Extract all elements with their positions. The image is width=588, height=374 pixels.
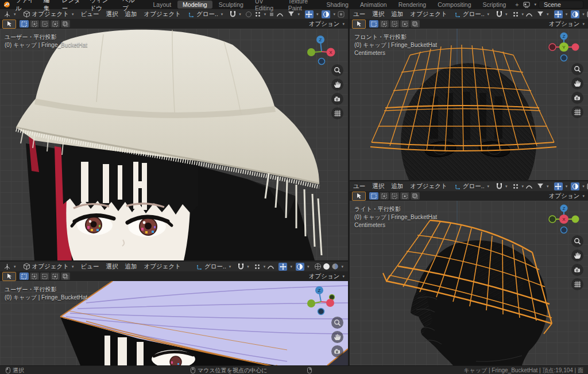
falloff-curve-icon[interactable] (266, 263, 275, 271)
viewport-split-left-horizontal[interactable] (0, 260, 348, 262)
snap-magnet-icon[interactable]: ▾ (493, 11, 511, 18)
pan-hand-icon[interactable] (331, 79, 343, 91)
select-invert-icon[interactable] (400, 192, 409, 200)
pan-hand-icon[interactable] (571, 77, 583, 89)
scene-name-field[interactable]: Scene (539, 1, 583, 9)
add-workspace-button[interactable]: + (512, 1, 522, 8)
shading-mode-group[interactable]: ▾ (311, 263, 348, 270)
active-tool-select-box[interactable] (2, 20, 16, 29)
tab-sculpting[interactable]: Sculpting (214, 1, 249, 9)
menu-render[interactable]: レンダー (57, 0, 86, 13)
xray-toggle[interactable] (586, 10, 588, 18)
tab-modeling[interactable]: Modeling (177, 1, 212, 9)
visibility-filter-dropdown[interactable]: ▾ (533, 11, 552, 17)
zoom-icon[interactable] (331, 64, 343, 76)
tab-scripting[interactable]: Scripting (478, 1, 512, 9)
snap-magnet-icon[interactable]: ▾ (493, 183, 511, 190)
active-tool-select-box[interactable] (2, 272, 16, 281)
menu-add[interactable]: 追加 (388, 182, 407, 190)
tab-compositing[interactable]: Compositing (432, 1, 476, 9)
viewport-front-canvas[interactable]: フロント・平行投影 (0) キャップ | Fringe_BucketHat Ce… (350, 29, 588, 180)
select-extend-icon[interactable] (380, 192, 389, 200)
transform-orientation-dropdown[interactable]: グロー..▾ (451, 10, 493, 18)
viewport-right-canvas[interactable]: ライト・平行投影 (0) キャップ | Fringe_BucketHat Cen… (350, 201, 588, 365)
select-extend-icon[interactable] (380, 20, 389, 28)
menu-window[interactable]: ウィンドウ (85, 0, 118, 13)
menu-view[interactable]: ユー (350, 182, 369, 190)
transform-orientation-dropdown[interactable]: グロー..▾ (451, 182, 493, 190)
select-extend-icon[interactable] (30, 20, 39, 28)
menu-add[interactable]: 追加 (388, 10, 407, 18)
select-invert-icon[interactable] (51, 272, 60, 280)
select-subtract-icon[interactable] (40, 272, 49, 280)
visibility-filter-dropdown[interactable]: ▾ (533, 183, 552, 189)
viewport-right[interactable]: ユー 選択 追加 オブジェクト グロー..▾ ▾ ▾ ▾ ▾ (350, 181, 588, 365)
scene-icon[interactable] (523, 1, 531, 9)
blender-logo-icon[interactable] (2, 1, 11, 9)
select-intersect-icon[interactable] (411, 20, 420, 28)
viewport-front[interactable]: ユー 選択 追加 オブジェクト グロー..▾ ▾ ▾ ▾ ▾ (350, 9, 588, 180)
active-tool-select-box[interactable] (352, 20, 366, 29)
menu-object[interactable]: オブジェクト (407, 182, 450, 190)
editor-type-icon[interactable]: ▾ (0, 263, 20, 270)
select-set-icon[interactable] (20, 272, 29, 280)
xray-toggle[interactable] (586, 182, 588, 190)
overlays-dropdown[interactable]: ▾ (320, 10, 337, 18)
options-dropdown[interactable]: オプション▾ (549, 192, 585, 200)
snap-target-dropdown[interactable]: ▾ (511, 11, 525, 18)
ortho-grid-icon[interactable] (331, 107, 343, 119)
camera-view-icon[interactable] (331, 93, 343, 105)
falloff-curve-icon[interactable] (525, 10, 533, 18)
viewport-main[interactable]: ▾ オブジェクト▾ ビュー 選択 追加 オブジェクト グロー..▾ ▾ ▾ (0, 9, 348, 260)
options-dropdown[interactable]: オプション▾ (309, 272, 345, 280)
gizmos-dropdown[interactable]: ▾ (552, 182, 570, 190)
select-intersect-icon[interactable] (61, 20, 70, 28)
viewport-main-canvas[interactable]: ユーザー・平行投影 (0) キャップ | Fringe_BucketHat Z … (0, 29, 348, 260)
select-extend-icon[interactable] (30, 272, 39, 280)
tab-texture-paint[interactable]: Texture Paint (283, 0, 320, 12)
menu-object[interactable]: オブジェクト (407, 10, 450, 18)
options-dropdown[interactable]: オプション▾ (309, 20, 345, 28)
nav-gizmo-main[interactable]: Z X (304, 33, 336, 65)
camera-view-icon[interactable] (331, 345, 343, 357)
xray-toggle[interactable] (337, 10, 346, 18)
overlays-dropdown[interactable]: ▾ (569, 182, 586, 190)
menu-view[interactable]: ビュー (78, 263, 103, 271)
zoom-icon[interactable] (571, 63, 583, 75)
menu-select[interactable]: 選択 (369, 182, 388, 190)
scene-dropdown-caret[interactable]: ▾ (535, 2, 537, 7)
select-subtract-icon[interactable] (390, 20, 399, 28)
select-set-icon[interactable] (369, 20, 378, 28)
tab-animation[interactable]: Animation (355, 1, 392, 9)
menu-help[interactable]: ヘルプ (118, 0, 141, 13)
pan-hand-icon[interactable] (571, 250, 583, 262)
zoom-icon[interactable] (331, 317, 343, 329)
tab-rendering[interactable]: Rendering (393, 1, 431, 9)
overlays-dropdown[interactable]: ▾ (569, 10, 586, 18)
ortho-grid-icon[interactable] (571, 106, 583, 118)
viewport-split-vertical[interactable] (348, 9, 350, 365)
zoom-icon[interactable] (571, 235, 583, 247)
menu-edit[interactable]: 編集 (39, 0, 57, 13)
ortho-grid-icon[interactable] (571, 278, 583, 290)
nav-gizmo-front[interactable]: Z Y (548, 31, 580, 63)
snap-magnet-icon[interactable]: ▾ (226, 11, 245, 18)
nav-gizmo-under[interactable]: Z (304, 285, 336, 317)
gizmos-dropdown[interactable]: ▾ (552, 10, 570, 18)
snap-target-dropdown[interactable]: ▾ (511, 183, 525, 190)
transform-orientation-dropdown[interactable]: グロー..▾ (192, 263, 234, 271)
select-invert-icon[interactable] (51, 20, 60, 28)
falloff-curve-icon[interactable] (525, 182, 533, 190)
snap-target-dropdown[interactable]: ▾ (253, 263, 267, 270)
camera-view-icon[interactable] (571, 264, 583, 276)
viewport-under-canvas[interactable]: ユーザー・平行投影 (0) キャップ | Fringe_BucketHat Z (0, 281, 348, 365)
active-tool-select-box[interactable] (352, 192, 366, 201)
menu-add[interactable]: 追加 (122, 263, 141, 271)
select-invert-icon[interactable] (400, 20, 409, 28)
viewport-split-right-horizontal[interactable] (350, 180, 588, 181)
select-subtract-icon[interactable] (390, 192, 399, 200)
pan-hand-icon[interactable] (331, 331, 343, 343)
menu-select[interactable]: 選択 (103, 263, 122, 271)
tab-layout[interactable]: Layout (148, 1, 177, 9)
menu-object[interactable]: オブジェクト (141, 263, 184, 271)
